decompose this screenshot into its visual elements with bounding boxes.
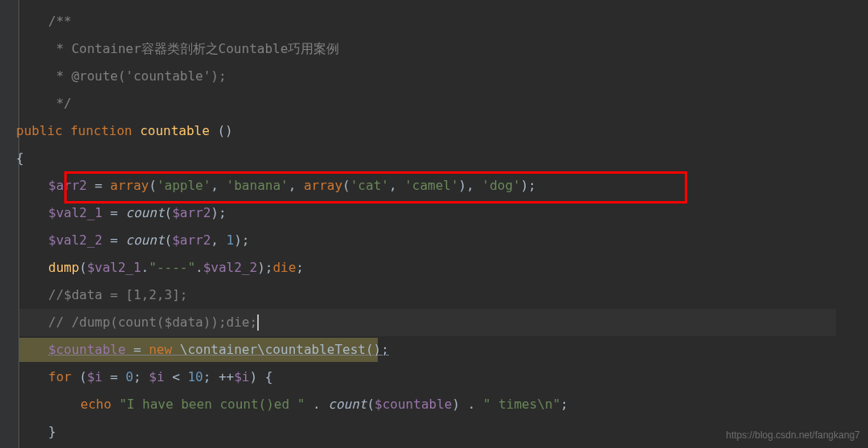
variable: $i xyxy=(149,365,164,389)
builtin-function: count xyxy=(125,201,164,225)
function-name: countable xyxy=(140,119,210,143)
variable: $arr2 xyxy=(48,174,87,198)
code-line[interactable]: //$data = [1,2,3]; xyxy=(16,282,868,309)
keyword-public: public xyxy=(16,119,63,143)
keyword-for: for xyxy=(48,365,72,389)
class-name: \container\countableTest(); xyxy=(172,342,389,357)
variable: $arr2 xyxy=(172,201,211,225)
code-line[interactable]: // /dump(count($data));die; xyxy=(16,309,868,336)
code-line[interactable]: $arr2 = array ( 'apple' , 'banana' , arr… xyxy=(16,172,868,199)
comment-text: /** xyxy=(48,10,72,34)
code-line[interactable]: dump ( $val2_1 . "----" . $val2_2 ); die… xyxy=(16,254,868,282)
variable: $i xyxy=(87,365,102,389)
comment-text: //$data = [1,2,3]; xyxy=(48,283,187,307)
code-line[interactable]: * Container容器类剖析之Countable巧用案例 xyxy=(48,35,868,63)
keyword-array: array xyxy=(304,174,342,198)
keyword-function: function xyxy=(70,119,132,143)
keyword-die: die xyxy=(272,256,296,280)
string-literal: "I have been count()ed " xyxy=(112,393,305,417)
code-line[interactable]: $val2_2 = count ( $arr2 , 1 ); xyxy=(16,227,868,254)
code-editor[interactable]: /** * Container容器类剖析之Countable巧用案例 * @ro… xyxy=(0,0,868,446)
comment-text: // /dump(count($data));die; xyxy=(48,310,257,335)
builtin-function: count xyxy=(125,228,164,253)
variable: $countable xyxy=(375,393,452,417)
code-line[interactable]: for ( $i = 0 ; $i < 10 ; ++ $i ) { xyxy=(16,364,868,391)
code-line[interactable]: */ xyxy=(48,90,868,117)
number-literal: 0 xyxy=(125,365,133,389)
variable: $val2_1 xyxy=(87,256,141,280)
comment-text: */ xyxy=(48,92,72,116)
number-literal: 1 xyxy=(227,228,235,253)
string-literal: "----" xyxy=(149,256,195,280)
variable: $val2_2 xyxy=(203,256,257,280)
text-cursor xyxy=(257,314,259,331)
keyword-array: array xyxy=(110,174,149,198)
code-line[interactable]: $val2_1 = count ( $arr2 ); xyxy=(16,199,868,227)
string-literal: " times\n" xyxy=(483,393,560,417)
keyword-new: new xyxy=(149,342,172,357)
string-literal: 'apple' xyxy=(157,174,211,198)
string-literal: 'cat' xyxy=(350,174,389,198)
comment-text: * @route('countable'); xyxy=(48,64,227,88)
brace-close: } xyxy=(48,420,56,444)
number-literal: 10 xyxy=(187,365,203,389)
code-line[interactable]: * @route('countable'); xyxy=(48,63,868,90)
watermark-text: https://blog.csdn.net/fangkang7 xyxy=(726,426,860,444)
string-literal: 'camel' xyxy=(404,174,458,198)
parentheses: () xyxy=(210,119,233,143)
code-line[interactable]: echo "I have been count()ed " . count ( … xyxy=(16,391,868,418)
keyword-echo: echo xyxy=(80,393,112,417)
code-line[interactable]: /** xyxy=(48,8,868,35)
variable: $val2_2 xyxy=(48,228,102,253)
string-literal: 'banana' xyxy=(227,174,289,198)
variable: $countable xyxy=(48,342,125,357)
code-line[interactable]: public function countable () xyxy=(16,117,868,145)
code-line[interactable]: { xyxy=(16,145,868,172)
function-call: dump xyxy=(48,256,80,280)
builtin-function: count xyxy=(328,393,366,417)
variable: $val2_1 xyxy=(48,201,102,225)
string-literal: 'dog' xyxy=(482,174,521,198)
comment-text: * Container容器类剖析之Countable巧用案例 xyxy=(48,37,339,61)
variable: $arr2 xyxy=(172,228,211,253)
brace-open: { xyxy=(16,146,24,171)
variable: $i xyxy=(234,365,249,389)
code-line[interactable]: $countable = new \container\countableTes… xyxy=(16,336,868,364)
